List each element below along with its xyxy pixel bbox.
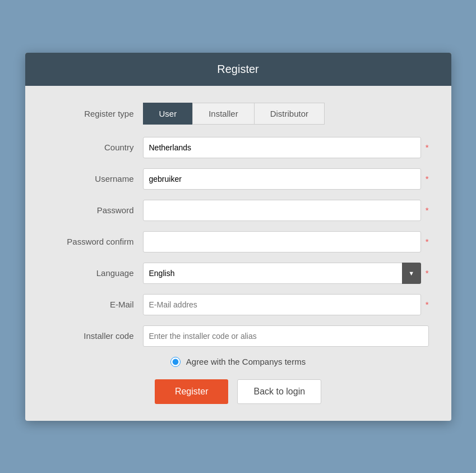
tab-user[interactable]: User bbox=[143, 103, 193, 125]
modal-title: Register bbox=[25, 53, 451, 86]
email-input[interactable] bbox=[143, 294, 421, 315]
tab-group: User Installer Distributor bbox=[143, 103, 325, 125]
email-label: E-Mail bbox=[48, 300, 143, 309]
username-label: Username bbox=[48, 174, 143, 183]
installer-code-input[interactable] bbox=[143, 325, 429, 347]
agree-label: Agree with the Companys terms bbox=[186, 357, 306, 366]
tab-distributor[interactable]: Distributor bbox=[254, 103, 325, 125]
agree-radio[interactable] bbox=[170, 357, 181, 367]
email-row: E-Mail * bbox=[48, 294, 429, 315]
register-type-row: Register type User Installer Distributor bbox=[48, 103, 429, 125]
language-label: Language bbox=[48, 268, 143, 278]
register-type-label: Register type bbox=[48, 109, 143, 118]
installer-code-row: Installer code bbox=[48, 325, 429, 347]
password-confirm-input[interactable] bbox=[143, 231, 421, 252]
register-button[interactable]: Register bbox=[155, 379, 229, 404]
language-select[interactable]: English Dutch German French bbox=[143, 263, 421, 284]
back-to-login-button[interactable]: Back to login bbox=[237, 379, 321, 404]
modal-body: Register type User Installer Distributor… bbox=[25, 86, 451, 421]
language-row: Language English Dutch German French * bbox=[48, 263, 429, 284]
language-required: * bbox=[426, 268, 429, 278]
country-input[interactable] bbox=[143, 137, 421, 158]
agree-row: Agree with the Companys terms bbox=[48, 357, 429, 367]
password-required: * bbox=[426, 205, 429, 215]
country-required: * bbox=[426, 143, 429, 152]
register-modal: Register Register type User Installer Di… bbox=[25, 53, 451, 421]
password-label: Password bbox=[48, 205, 143, 215]
password-confirm-label: Password confirm bbox=[48, 237, 143, 246]
installer-code-label: Installer code bbox=[48, 331, 143, 341]
language-select-wrapper: English Dutch German French bbox=[143, 263, 421, 284]
country-row: Country * bbox=[48, 137, 429, 158]
username-required: * bbox=[426, 174, 429, 183]
country-label: Country bbox=[48, 143, 143, 152]
password-input[interactable] bbox=[143, 200, 421, 221]
button-row: Register Back to login bbox=[48, 379, 429, 404]
password-confirm-row: Password confirm * bbox=[48, 231, 429, 252]
email-required: * bbox=[426, 300, 429, 309]
password-row: Password * bbox=[48, 200, 429, 221]
username-input[interactable] bbox=[143, 168, 421, 190]
tab-installer[interactable]: Installer bbox=[192, 103, 254, 125]
username-row: Username * bbox=[48, 168, 429, 190]
password-confirm-required: * bbox=[426, 237, 429, 246]
